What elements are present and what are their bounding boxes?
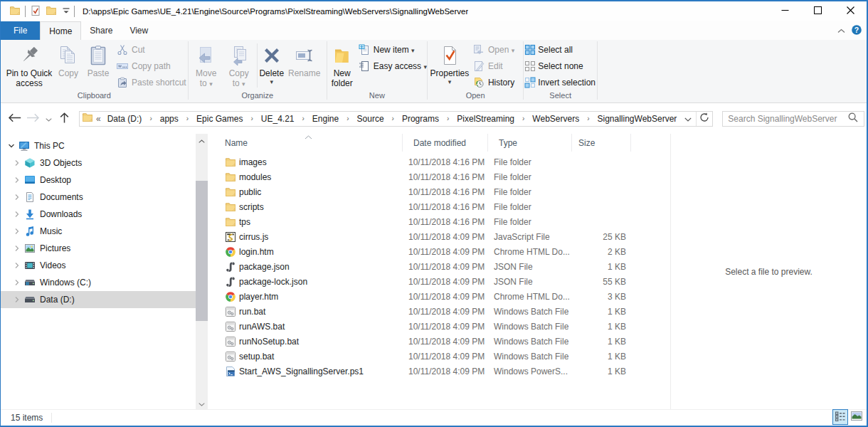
open-button[interactable]: Open ▾: [473, 41, 514, 58]
address-dropdown-icon[interactable]: [680, 112, 696, 126]
breadcrumb-item[interactable]: SignallingWebServer: [594, 114, 681, 124]
breadcrumb-separator-icon[interactable]: ›: [443, 115, 453, 122]
breadcrumb-item[interactable]: Programs: [398, 114, 443, 124]
breadcrumb-item[interactable]: Epic Games: [193, 114, 246, 124]
breadcrumb-item[interactable]: apps: [157, 114, 182, 124]
back-button[interactable]: [5, 110, 23, 128]
address-bar[interactable]: « Data (D:)›apps›Epic Games›UE_4.21›Engi…: [79, 111, 713, 127]
file-row[interactable]: player.htm10/11/2018 4:09 PMChrome HTML …: [214, 289, 670, 304]
paste-shortcut-button[interactable]: Paste shortcut: [117, 74, 186, 90]
cut-button[interactable]: Cut: [117, 41, 186, 58]
maximize-button[interactable]: [801, 1, 834, 21]
help-icon[interactable]: ?: [852, 25, 862, 37]
breadcrumb-item[interactable]: Source: [354, 114, 388, 124]
chevron-collapsed-icon[interactable]: [12, 211, 21, 218]
chevron-collapsed-icon[interactable]: [12, 245, 21, 252]
qat-new-folder-button[interactable]: [43, 4, 59, 19]
delete-button[interactable]: Delete▾: [258, 40, 286, 85]
file-row[interactable]: run.bat10/11/2018 4:09 PMWindows Batch F…: [214, 304, 670, 319]
sidebar-item-music[interactable]: Music: [1, 223, 196, 240]
refresh-icon[interactable]: [697, 112, 712, 126]
file-row[interactable]: modules10/11/2018 4:16 PMFile folder: [214, 169, 670, 184]
sidebar-scrollbar[interactable]: [196, 134, 208, 409]
details-view-button[interactable]: [832, 409, 848, 425]
scrollbar-thumb[interactable]: [196, 181, 208, 321]
file-row[interactable]: public10/11/2018 4:16 PMFile folder: [214, 184, 670, 199]
chevron-collapsed-icon[interactable]: [12, 159, 21, 167]
column-header-type[interactable]: Type: [488, 134, 572, 152]
breadcrumb-item[interactable]: UE_4.21: [258, 114, 298, 124]
breadcrumb-separator-icon[interactable]: ›: [583, 115, 593, 122]
sidebar-item-pictures[interactable]: Pictures: [1, 240, 196, 257]
file-row[interactable]: tps10/11/2018 4:16 PMFile folder: [214, 214, 670, 229]
copy-button[interactable]: Copy: [53, 40, 83, 78]
easy-access-button[interactable]: Easy access ▾: [359, 58, 427, 74]
file-row[interactable]: setup.bat10/11/2018 4:09 PMWindows Batch…: [214, 349, 670, 364]
search-icon[interactable]: [847, 112, 864, 125]
tab-share[interactable]: Share: [81, 21, 121, 40]
chevron-collapsed-icon[interactable]: [12, 194, 21, 201]
file-row[interactable]: cirrus.js10/11/2018 4:09 PMJavaScript Fi…: [214, 229, 670, 244]
new-folder-button[interactable]: New folder: [327, 40, 357, 88]
search-input[interactable]: [723, 114, 847, 124]
chevron-collapsed-icon[interactable]: [12, 176, 21, 184]
edit-button[interactable]: Edit: [473, 58, 514, 74]
breadcrumb-item[interactable]: Data (D:): [104, 114, 146, 124]
breadcrumb-separator-icon[interactable]: ›: [298, 115, 309, 122]
rename-button[interactable]: Rename: [286, 40, 323, 78]
sidebar-item-windows-c[interactable]: Windows (C:): [1, 274, 196, 291]
sidebar-item-3d-objects[interactable]: 3D Objects: [1, 154, 196, 172]
column-header-name[interactable]: Name: [214, 134, 403, 152]
copy-path-button[interactable]: Copy path: [117, 58, 186, 74]
properties-button[interactable]: Properties▾: [428, 40, 472, 85]
breadcrumb-separator-icon[interactable]: ›: [342, 115, 353, 122]
sidebar-item-this-pc[interactable]: This PC: [1, 137, 196, 154]
scrollbar-track[interactable]: [196, 146, 208, 397]
sidebar-item-videos[interactable]: Videos: [1, 257, 196, 274]
file-row[interactable]: images10/11/2018 4:16 PMFile folder: [214, 154, 670, 169]
sidebar-item-documents[interactable]: Documents: [1, 189, 196, 206]
chevron-expanded-icon[interactable]: [6, 142, 16, 149]
scroll-down-icon[interactable]: [196, 397, 208, 409]
forward-button[interactable]: [23, 110, 42, 128]
select-none-button[interactable]: Select none: [524, 58, 596, 74]
column-header-date-modified[interactable]: Date modified: [403, 134, 488, 152]
breadcrumb-separator-icon[interactable]: ›: [182, 115, 193, 122]
breadcrumb-separator-icon[interactable]: ›: [145, 115, 156, 122]
move-to-button[interactable]: Moveto ▾: [190, 40, 223, 89]
invert-selection-button[interactable]: Invert selection: [524, 74, 596, 90]
file-row[interactable]: runAWS.bat10/11/2018 4:09 PMWindows Batc…: [214, 319, 670, 334]
breadcrumb-item[interactable]: PixelStreaming: [453, 114, 518, 124]
copy-to-button[interactable]: Copyto ▾: [223, 40, 255, 89]
breadcrumb-separator-icon[interactable]: ›: [246, 115, 257, 122]
pin-to-quick-access-button[interactable]: Pin to Quick access: [5, 40, 53, 88]
file-row[interactable]: package-lock.json10/11/2018 4:09 PMJSON …: [214, 274, 670, 289]
breadcrumb-separator-icon[interactable]: ›: [388, 115, 398, 122]
file-row[interactable]: Start_AWS_SignallingServer.ps110/11/2018…: [214, 364, 670, 379]
qat-properties-button[interactable]: [28, 4, 43, 19]
recent-locations-button[interactable]: [42, 110, 55, 128]
file-row[interactable]: package.json10/11/2018 4:09 PMJSON File1…: [214, 259, 670, 274]
file-row[interactable]: scripts10/11/2018 4:16 PMFile folder: [214, 199, 670, 214]
file-row[interactable]: runNoSetup.bat10/11/2018 4:09 PMWindows …: [214, 334, 670, 349]
sidebar-item-downloads[interactable]: Downloads: [1, 206, 196, 223]
chevron-collapsed-icon[interactable]: [12, 279, 21, 286]
qat-customize-button[interactable]: [60, 4, 72, 19]
breadcrumb-item[interactable]: WebServers: [529, 114, 583, 124]
breadcrumb-separator-icon[interactable]: ›: [518, 115, 529, 122]
breadcrumb-item[interactable]: Engine: [309, 114, 342, 124]
close-button[interactable]: [834, 1, 867, 21]
minimize-button[interactable]: [768, 1, 801, 21]
sidebar-item-data-d[interactable]: Data (D:): [1, 291, 196, 308]
thumbnails-view-button[interactable]: [850, 409, 862, 425]
select-all-button[interactable]: Select all: [524, 41, 596, 58]
up-button[interactable]: [55, 110, 73, 128]
file-row[interactable]: login.htm10/11/2018 4:09 PMChrome HTML D…: [214, 244, 670, 259]
tab-view[interactable]: View: [121, 21, 157, 40]
minimize-ribbon-icon[interactable]: [837, 26, 845, 36]
sidebar-item-desktop[interactable]: Desktop: [1, 172, 196, 189]
tab-home[interactable]: Home: [40, 21, 81, 40]
breadcrumb-overflow[interactable]: «: [93, 114, 104, 124]
column-header-size[interactable]: Size: [572, 134, 631, 152]
chevron-collapsed-icon[interactable]: [12, 296, 21, 303]
